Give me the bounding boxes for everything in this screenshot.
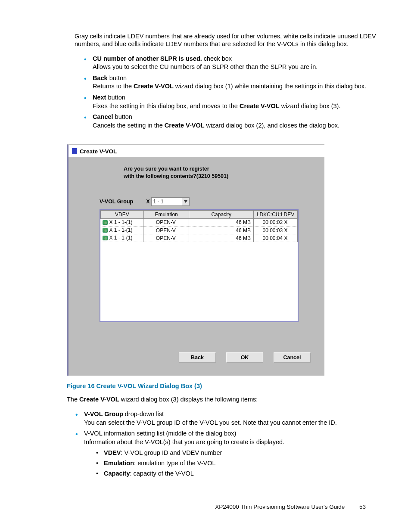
- cell-vdev: X 1 - 1-(1): [109, 227, 133, 233]
- ok-button[interactable]: OK: [226, 352, 263, 363]
- bullet-body: Information about the V-VOL(s) that you …: [84, 439, 284, 445]
- intro-paragraph: Gray cells indicate LDEV numbers that ar…: [75, 32, 385, 49]
- back-button[interactable]: Back: [179, 352, 216, 363]
- cell-vdev: X 1 - 1-(1): [109, 235, 133, 241]
- bullet-lead: Next: [93, 94, 106, 101]
- prompt-line2: with the following contents?(3210 59501): [124, 173, 228, 179]
- bullet-lead: V-VOL Group: [84, 411, 123, 417]
- after-caption-bold: Create V-VOL: [79, 396, 119, 403]
- vvol-table: VDEV Emulation Capacity LDKC:CU:LDEV X 1…: [100, 210, 298, 243]
- inner-bullet-list: VDEV: V-VOL group ID and VDEV number Emu…: [84, 449, 387, 478]
- bullet-body-post: wizard dialog box (3).: [280, 103, 341, 109]
- confirm-prompt: Are you sure you want to register with t…: [124, 165, 317, 180]
- bullet-body-pre: Cancels the setting in the: [93, 122, 165, 129]
- cell-ldkc: 00:00:04 X: [254, 234, 298, 242]
- bullet-lead: CU number of another SLPR is used.: [93, 55, 202, 62]
- bullet-body-bold: Create V-VOL: [240, 103, 280, 109]
- cell-emulation: OPEN-V: [143, 227, 189, 234]
- inner-bullet-emulation: Emulation: emulation type of the V-VOL: [96, 459, 387, 468]
- after-caption-pre: The: [67, 396, 79, 403]
- bullet-next: Next button Fixes the setting in this di…: [84, 93, 387, 110]
- svg-marker-0: [184, 200, 187, 203]
- dialog-button-row: Back OK Cancel: [76, 352, 311, 363]
- volume-icon: [103, 236, 108, 240]
- dialog-title: Create V-VOL: [80, 148, 117, 155]
- top-bullet-list: CU number of another SLPR is used. check…: [24, 55, 387, 130]
- bullet-lead-rest: drop-down list: [123, 411, 164, 417]
- bottom-bullet-list: V-VOL Group drop-down list You can selec…: [24, 410, 387, 478]
- cell-emulation: OPEN-V: [143, 234, 189, 242]
- bullet-cu-number: CU number of another SLPR is used. check…: [84, 55, 387, 72]
- bullet-body: You can select the V-VOL group ID of the…: [84, 419, 337, 426]
- dialog-screenshot: Create V-VOL Are you sure you want to re…: [67, 144, 324, 375]
- cell-ldkc: 00:00:02 X: [254, 218, 298, 227]
- document-page: Gray cells indicate LDEV numbers that ar…: [0, 0, 411, 527]
- bullet-back: Back button Returns to the Create V-VOL …: [84, 74, 387, 91]
- bullet-body-pre: Returns to the: [93, 83, 134, 90]
- title-chip-icon: [72, 148, 77, 154]
- col-ldkc: LDKC:CU:LDEV: [254, 210, 298, 218]
- cancel-button[interactable]: Cancel: [274, 352, 311, 363]
- inner-rest: : capacity of the V-VOL: [130, 470, 193, 477]
- bullet-lead-rest: check box: [202, 55, 232, 62]
- page-footer: XP24000 Thin Provisioning Software User'…: [24, 504, 387, 510]
- bullet-cancel: Cancel button Cancels the setting in the…: [84, 113, 387, 130]
- footer-title: XP24000 Thin Provisioning Software User'…: [215, 504, 345, 510]
- vvol-group-dropdown[interactable]: 1 - 1: [151, 197, 190, 206]
- volume-icon: [103, 220, 108, 225]
- after-caption-paragraph: The Create V-VOL wizard dialog box (3) d…: [67, 395, 385, 404]
- bullet-lead: Cancel: [93, 113, 113, 120]
- bullet-body-pre: Fixes the setting in this dialog box, an…: [93, 103, 240, 109]
- table-header-row: VDEV Emulation Capacity LDKC:CU:LDEV: [101, 210, 298, 218]
- cell-capacity: 46 MB: [189, 234, 254, 242]
- inner-bold: Emulation: [104, 460, 134, 467]
- table-row[interactable]: X 1 - 1-(1) OPEN-V 46 MB 00:00:03 X: [101, 227, 298, 234]
- vvol-group-label: V-VOL Group: [100, 199, 133, 205]
- inner-bullet-capacity: Capacity: capacity of the V-VOL: [96, 470, 387, 478]
- vvol-group-prefix: X: [146, 199, 149, 205]
- bullet-lead-plain: V-VOL information setting list (middle o…: [84, 430, 236, 437]
- vvol-group-field: X 1 - 1: [146, 197, 189, 206]
- after-caption-post: wizard dialog box (3) displays the follo…: [119, 396, 258, 403]
- bullet-body-bold: Create V-VOL: [165, 122, 205, 129]
- figure-caption: Figure 16 Create V-VOL Wizard Dialog Box…: [67, 383, 387, 389]
- cell-capacity: 46 MB: [189, 218, 254, 227]
- vvol-group-value: 1 - 1: [152, 199, 182, 205]
- inner-rest: : emulation type of the V-VOL: [134, 460, 215, 467]
- bullet-vvol-info-list: V-VOL information setting list (middle o…: [75, 429, 387, 478]
- bullet-body-post: wizard dialog box (2), and closes the di…: [205, 122, 340, 129]
- bullet-vvol-group: V-VOL Group drop-down list You can selec…: [75, 410, 387, 427]
- chevron-down-icon[interactable]: [182, 198, 189, 205]
- col-vdev: VDEV: [101, 210, 144, 218]
- cell-ldkc: 00:00:03 X: [254, 227, 298, 234]
- cell-emulation: OPEN-V: [143, 218, 189, 227]
- prompt-line1: Are you sure you want to register: [124, 166, 209, 172]
- col-capacity: Capacity: [189, 210, 254, 218]
- bullet-body-post: wizard dialog box (1) while maintaining …: [174, 83, 366, 90]
- dialog-titlebar: Create V-VOL: [68, 145, 324, 158]
- bullet-lead-rest: button: [106, 94, 125, 101]
- inner-rest: : V-VOL group ID and VDEV number: [121, 449, 222, 456]
- inner-bold: Capacity: [104, 470, 130, 477]
- dialog-body: Are you sure you want to register with t…: [68, 158, 324, 376]
- bullet-lead-rest: button: [113, 113, 132, 120]
- vvol-group-row: V-VOL Group X 1 - 1: [100, 197, 317, 206]
- page-number: 53: [359, 504, 366, 510]
- cell-capacity: 46 MB: [189, 227, 254, 234]
- bullet-lead-rest: button: [108, 75, 127, 81]
- bullet-lead: Back: [93, 75, 108, 81]
- inner-bullet-vdev: VDEV: V-VOL group ID and VDEV number: [96, 449, 387, 457]
- inner-bold: VDEV: [104, 449, 121, 456]
- col-emulation: Emulation: [143, 210, 189, 218]
- vvol-table-container: VDEV Emulation Capacity LDKC:CU:LDEV X 1…: [100, 209, 299, 322]
- table-row[interactable]: X 1 - 1-(1) OPEN-V 46 MB 00:00:02 X: [101, 218, 298, 227]
- cell-vdev: X 1 - 1-(1): [109, 219, 133, 225]
- bullet-body-bold: Create V-VOL: [134, 83, 174, 90]
- bullet-body: Allows you to select the CU numbers of a…: [93, 63, 318, 70]
- table-row[interactable]: X 1 - 1-(1) OPEN-V 46 MB 00:00:04 X: [101, 234, 298, 242]
- volume-icon: [103, 228, 108, 233]
